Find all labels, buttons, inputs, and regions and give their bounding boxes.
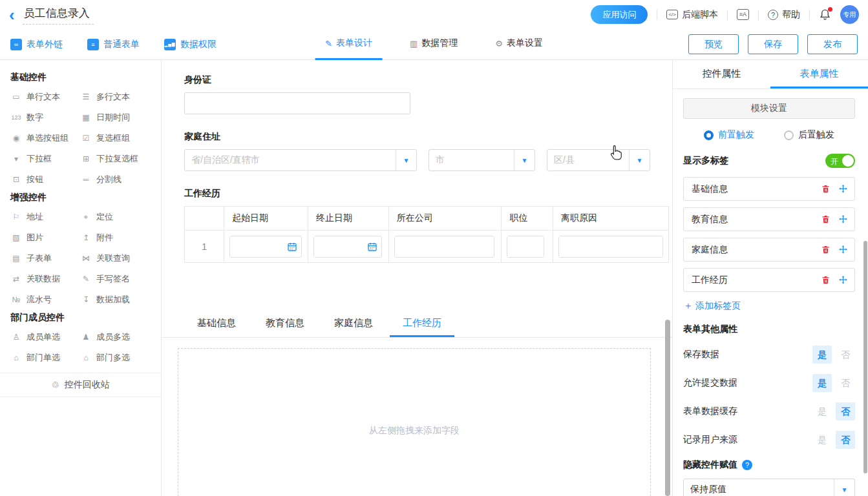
- app-window: ‹ 员工信息录入 应用访问 </> 后端脚本 ≡A ? 帮助 专用: [0, 0, 868, 496]
- data-permission-button[interactable]: ▂▅▇ 数据权限: [164, 39, 217, 50]
- company-input[interactable]: [394, 236, 494, 258]
- palette-item-label: 手写签名: [96, 273, 130, 285]
- city-select[interactable]: 市 ▼: [429, 149, 535, 171]
- palette-item-multi-line-text[interactable]: ☰多行文本: [80, 91, 150, 103]
- avatar[interactable]: 专用: [840, 5, 859, 24]
- back-icon[interactable]: ‹: [9, 8, 15, 21]
- no-button[interactable]: 否: [836, 431, 855, 449]
- palette-item-number[interactable]: 123数字: [10, 112, 80, 123]
- radio-pre-trigger[interactable]: 前置触发: [704, 129, 754, 141]
- province-select[interactable]: 省/自治区/直辖市 ▼: [184, 149, 417, 171]
- preview-button[interactable]: 预览: [688, 34, 739, 54]
- palette-item-radio-group[interactable]: ◉单选按钮组: [10, 132, 80, 144]
- palette-item-data-load[interactable]: ↧数据加载: [80, 294, 150, 305]
- canvas-tab-work-history[interactable]: 工作经历: [390, 311, 454, 337]
- radio-post-trigger[interactable]: 后置触发: [784, 129, 834, 141]
- no-button[interactable]: 否: [836, 402, 855, 420]
- hidden-assign-select[interactable]: 保持原值 ▼: [683, 479, 855, 496]
- help-button[interactable]: ? 帮助: [768, 9, 800, 21]
- company-text[interactable]: [395, 236, 494, 257]
- leave-reason-input[interactable]: [558, 236, 663, 258]
- number-icon: 123: [10, 114, 22, 121]
- position-input[interactable]: [507, 236, 544, 258]
- canvas-tab-basic-info[interactable]: 基础信息: [184, 311, 249, 337]
- help-question-icon[interactable]: ?: [742, 460, 752, 470]
- palette-item-subform[interactable]: ▤子表单: [10, 253, 80, 264]
- palette-item-locate[interactable]: ⌖定位: [80, 211, 150, 223]
- tab-data-manage[interactable]: ▥ 数据管理: [399, 29, 468, 60]
- move-tag-icon[interactable]: [838, 275, 848, 285]
- move-tag-icon[interactable]: [838, 184, 848, 194]
- tab-form-settings-label: 表单设置: [507, 37, 543, 49]
- radio-unselected-icon: [784, 130, 794, 140]
- palette-item-signature[interactable]: ✎手写签名: [80, 273, 150, 285]
- end-date-input[interactable]: [313, 236, 382, 258]
- multi-tab-toggle[interactable]: 开: [825, 154, 855, 168]
- start-date-text[interactable]: [230, 236, 283, 257]
- palette-item-dropdown[interactable]: ▾下拉框: [10, 153, 80, 165]
- inspector-scrollbar[interactable]: [863, 241, 867, 473]
- module-settings-button[interactable]: 模块设置: [683, 98, 855, 119]
- no-button[interactable]: 否: [836, 374, 855, 392]
- tab-form-properties[interactable]: 表单属性: [770, 60, 868, 88]
- palette-item-multi-dropdown[interactable]: ⊞下拉复选框: [80, 153, 150, 165]
- delete-tag-icon[interactable]: [821, 214, 831, 224]
- yes-button[interactable]: 是: [812, 431, 832, 449]
- palette-item-member-multi[interactable]: ♟成员多选: [80, 331, 150, 343]
- yes-button[interactable]: 是: [812, 402, 832, 420]
- document-icon: ≡: [87, 39, 99, 50]
- canvas-tab-education-info[interactable]: 教育信息: [253, 311, 317, 337]
- add-tab-link[interactable]: ＋添加标签页: [683, 300, 855, 312]
- form-external-link-button[interactable]: ∞ 表单外链: [10, 39, 63, 50]
- dept-single-icon: ⌂: [10, 353, 22, 362]
- move-tag-icon[interactable]: [838, 214, 848, 224]
- tab-widget-properties[interactable]: 控件属性: [673, 60, 770, 88]
- tab-form-design[interactable]: ✎ 表单设计: [315, 29, 383, 60]
- palette-item-linked-data[interactable]: ⇄关联数据: [10, 273, 80, 285]
- palette-item-serial-number[interactable]: №流水号: [10, 294, 80, 305]
- calendar-icon[interactable]: [363, 242, 381, 252]
- palette-item-single-line-text[interactable]: ▭单行文本: [10, 91, 80, 103]
- translate-icon[interactable]: ≡A: [737, 9, 749, 20]
- canvas-scrollbar[interactable]: [665, 320, 670, 496]
- no-button[interactable]: 否: [836, 346, 855, 364]
- end-date-text[interactable]: [314, 236, 363, 257]
- publish-button[interactable]: 发布: [807, 34, 858, 54]
- palette-item-dept-multi[interactable]: ⌂部门多选: [80, 352, 150, 364]
- palette-item-image[interactable]: ▧图片: [10, 232, 80, 243]
- widget-palette: 基础控件 ▭单行文本 ☰多行文本 123数字 ▦日期时间 ◉单选按钮组 ☑复选框…: [0, 60, 162, 496]
- yes-button[interactable]: 是: [812, 346, 832, 364]
- notification-bell-icon[interactable]: [819, 8, 831, 21]
- delete-tag-icon[interactable]: [821, 275, 831, 285]
- page-title[interactable]: 员工信息录入: [23, 5, 94, 25]
- calendar-icon[interactable]: [283, 242, 301, 252]
- palette-item-datetime[interactable]: ▦日期时间: [80, 112, 150, 123]
- palette-item-dept-single[interactable]: ⌂部门单选: [10, 352, 80, 364]
- id-card-input[interactable]: [184, 92, 410, 114]
- position-text[interactable]: [507, 236, 544, 257]
- member-single-icon: ♙: [10, 333, 22, 342]
- palette-item-checkbox-group[interactable]: ☑复选框组: [80, 132, 150, 144]
- widget-recycle-bin[interactable]: ♲ 控件回收站: [0, 373, 161, 397]
- save-button[interactable]: 保存: [748, 34, 798, 54]
- palette-item-attachment[interactable]: ↥附件: [80, 232, 150, 243]
- start-date-input[interactable]: [229, 236, 302, 258]
- palette-item-linked-query[interactable]: ⋈关联查询: [80, 253, 150, 264]
- tab-form-settings[interactable]: ⚙ 表单设置: [485, 29, 553, 60]
- normal-form-button[interactable]: ≡ 普通表单: [87, 39, 140, 50]
- palette-item-divider[interactable]: ═分割线: [80, 174, 150, 185]
- app-access-button[interactable]: 应用访问: [591, 5, 648, 24]
- palette-item-address[interactable]: ⚐地址: [10, 211, 80, 223]
- delete-tag-icon[interactable]: [821, 245, 831, 254]
- district-select[interactable]: 区/县 ▼: [547, 149, 650, 171]
- backend-script-button[interactable]: </> 后端脚本: [666, 9, 718, 21]
- palette-item-button[interactable]: ⊡按钮: [10, 174, 80, 185]
- canvas-tab-family-info[interactable]: 家庭信息: [321, 311, 386, 337]
- palette-item-member-single[interactable]: ♙成员单选: [10, 331, 80, 343]
- move-tag-icon[interactable]: [838, 245, 848, 254]
- leave-reason-text[interactable]: [559, 236, 662, 257]
- drop-area[interactable]: 从左侧拖拽来添加字段: [178, 348, 651, 496]
- option-label: 保存数据: [683, 349, 809, 360]
- delete-tag-icon[interactable]: [821, 184, 831, 194]
- yes-button[interactable]: 是: [812, 374, 832, 392]
